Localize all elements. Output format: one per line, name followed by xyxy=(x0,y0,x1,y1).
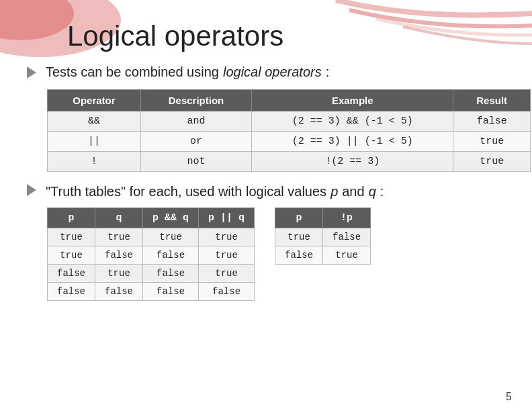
subtitle: Tests can be combined using logical oper… xyxy=(27,64,505,80)
operators-table: Operator Description Example Result &&an… xyxy=(47,89,531,172)
table-cell: not xyxy=(140,152,251,172)
table-cell: false xyxy=(95,246,143,265)
truth-table-header: q xyxy=(95,208,143,228)
table-cell: true xyxy=(199,228,255,246)
truth-table-header: p && q xyxy=(143,208,199,228)
table-cell: && xyxy=(48,111,141,132)
table-cell: false xyxy=(143,246,199,265)
table-cell: false xyxy=(95,283,143,301)
table-cell: false xyxy=(143,283,199,301)
table-cell: true xyxy=(323,246,371,265)
operators-header-example: Example xyxy=(252,90,453,111)
table-cell: true xyxy=(95,228,143,246)
truth-p: p xyxy=(330,184,338,199)
table-cell: false xyxy=(48,265,95,283)
operators-header-operator: Operator xyxy=(48,90,141,111)
bullet-arrow-icon xyxy=(27,66,36,79)
page-number: 5 xyxy=(506,391,512,403)
table-cell: (2 == 3) || (-1 < 5) xyxy=(252,132,453,152)
table-row: falsetruefalsetrue xyxy=(48,265,255,283)
truth-q: q xyxy=(369,184,376,199)
table-cell: or xyxy=(140,132,251,152)
table-cell: true xyxy=(199,246,255,265)
table-row: truefalsefalsetrue xyxy=(48,246,255,265)
table-cell: false xyxy=(323,228,371,246)
table-cell: false xyxy=(453,111,531,132)
truth-table-header: !p xyxy=(323,208,371,228)
truth-section: "Truth tables" for each, used with logic… xyxy=(27,184,505,199)
slide-title: Logical operators xyxy=(27,20,505,52)
table-cell: true xyxy=(95,265,143,283)
table-cell: true xyxy=(48,228,95,246)
truth-table-header: p xyxy=(275,208,323,228)
table-row: !not!(2 == 3)true xyxy=(48,152,531,172)
truth-table-header: p xyxy=(48,208,95,228)
table-cell: false xyxy=(48,283,95,301)
table-cell: || xyxy=(48,132,141,152)
operators-header-description: Description xyxy=(140,90,251,111)
table-cell: true xyxy=(275,228,323,246)
truth-tables-container: pqp && qp || q truetruetruetruetruefalse… xyxy=(47,208,505,301)
table-cell: and xyxy=(140,111,251,132)
subtitle-suffix: : xyxy=(326,64,330,80)
operators-header-result: Result xyxy=(453,90,531,111)
truth-table-header: p || q xyxy=(199,208,255,228)
subtitle-italic: logical operators xyxy=(223,64,322,80)
table-cell: true xyxy=(199,265,255,283)
table-cell: (2 == 3) && (-1 < 5) xyxy=(252,111,453,132)
truth-prefix: "Truth tables" for each, used with logic… xyxy=(46,184,326,199)
table-cell: !(2 == 3) xyxy=(252,152,453,172)
table-row: falsetrue xyxy=(275,246,371,265)
truth-and: and xyxy=(342,184,364,199)
truth-suffix: : xyxy=(380,184,384,199)
table-cell: true xyxy=(453,152,531,172)
table-row: truefalse xyxy=(275,228,371,246)
truth-table-not: p!p truefalsefalsetrue xyxy=(275,208,371,265)
table-cell: true xyxy=(453,132,531,152)
table-cell: true xyxy=(143,228,199,246)
bullet-arrow-icon-2 xyxy=(27,184,36,196)
table-row: truetruetruetrue xyxy=(48,228,255,246)
table-cell: false xyxy=(275,246,323,265)
table-row: falsefalsefalsefalse xyxy=(48,283,255,301)
table-row: &&and(2 == 3) && (-1 < 5)false xyxy=(48,111,531,132)
table-cell: false xyxy=(143,265,199,283)
table-cell: true xyxy=(48,246,95,265)
subtitle-prefix: Tests can be combined using xyxy=(46,64,219,80)
truth-table-pq: pqp && qp || q truetruetruetruetruefalse… xyxy=(47,208,255,301)
table-row: ||or(2 == 3) || (-1 < 5)true xyxy=(48,132,531,152)
table-cell: false xyxy=(199,283,255,301)
table-cell: ! xyxy=(48,152,141,172)
